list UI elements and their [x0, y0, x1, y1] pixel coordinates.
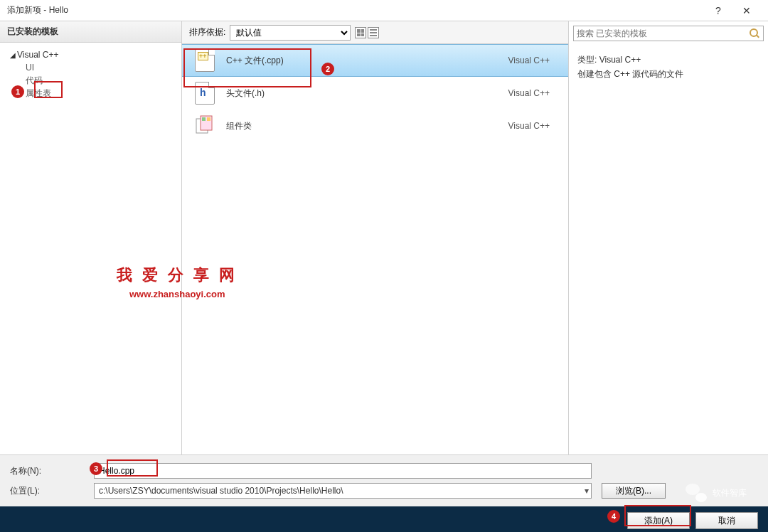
desc-type-value: Visual C++: [599, 55, 641, 65]
name-label: 名称(N):: [10, 465, 88, 477]
svg-rect-2: [202, 117, 206, 121]
desc-text: 创建包含 C++ 源代码的文件: [577, 67, 759, 81]
template-label: 组件类: [226, 120, 508, 132]
component-icon: [195, 115, 215, 137]
tree-root-visual-cpp[interactable]: ◢ Visual C++: [0, 48, 181, 61]
cpp-file-icon: [195, 49, 215, 72]
svg-rect-3: [207, 117, 210, 121]
dialog-footer: 添加(A) 取消: [0, 506, 768, 532]
sidebar: 已安装的模板 ◢ Visual C++ UI 代码 属性表: [0, 21, 182, 454]
template-label: 头文件(.h): [226, 87, 508, 100]
template-lang: Visual C++: [508, 55, 555, 65]
close-button[interactable]: ✕: [732, 5, 761, 16]
tree-item-propsheet[interactable]: 属性表: [0, 87, 181, 100]
help-button[interactable]: ?: [704, 5, 732, 16]
template-label: C++ 文件(.cpp): [226, 55, 508, 67]
view-list-icon[interactable]: [368, 27, 379, 38]
tree-item-ui[interactable]: UI: [0, 61, 181, 74]
template-lang: Visual C++: [508, 88, 555, 98]
view-grid-icon[interactable]: [355, 27, 366, 38]
template-item-cpp[interactable]: C++ 文件(.cpp) Visual C++: [182, 44, 568, 77]
template-item-component[interactable]: 组件类 Visual C++: [182, 110, 568, 142]
search-icon[interactable]: [749, 28, 760, 39]
sort-label: 排序依据:: [189, 26, 225, 38]
tree-root-label: Visual C++: [17, 50, 58, 60]
template-center: 排序依据: 默认值 C++ 文件(.cpp) Visual C++ 头文件(.h…: [182, 21, 569, 454]
callout-2: 2: [321, 63, 334, 75]
sidebar-header: 已安装的模板: [0, 21, 181, 43]
tree-item-code[interactable]: 代码: [0, 74, 181, 87]
add-button[interactable]: 添加(A): [627, 512, 690, 529]
desc-type-label: 类型:: [577, 55, 597, 65]
template-list: C++ 文件(.cpp) Visual C++ 头文件(.h) Visual C…: [182, 44, 568, 454]
name-input[interactable]: [94, 463, 592, 479]
view-toggle: [355, 27, 379, 38]
sort-select[interactable]: 默认值: [230, 25, 351, 41]
right-panel: 类型: Visual C++ 创建包含 C++ 源代码的文件: [569, 21, 768, 454]
template-description: 类型: Visual C++ 创建包含 C++ 源代码的文件: [569, 46, 768, 88]
window-title: 添加新项 - Hello: [7, 4, 704, 16]
location-input[interactable]: [94, 483, 592, 499]
template-item-header[interactable]: 头文件(.h) Visual C++: [182, 77, 568, 110]
callout-1: 1: [11, 85, 24, 98]
callout-4: 4: [607, 510, 620, 523]
sort-bar: 排序依据: 默认值: [182, 21, 568, 44]
template-lang: Visual C++: [508, 121, 555, 131]
location-label: 位置(L):: [10, 485, 88, 497]
caret-down-icon: ◢: [10, 51, 17, 59]
template-tree: ◢ Visual C++ UI 代码 属性表: [0, 43, 181, 105]
search-box[interactable]: [573, 26, 764, 41]
browse-button[interactable]: 浏览(B)...: [602, 483, 666, 499]
main: 已安装的模板 ◢ Visual C++ UI 代码 属性表 排序依据: 默认值: [0, 21, 768, 454]
form-area: 名称(N): 位置(L): ▾ 浏览(B)...: [0, 454, 768, 506]
search-input[interactable]: [577, 28, 749, 38]
callout-3: 3: [90, 462, 102, 475]
titlebar: 添加新项 - Hello ? ✕: [0, 0, 768, 21]
cancel-button[interactable]: 取消: [695, 512, 758, 529]
h-file-icon: [195, 82, 215, 105]
